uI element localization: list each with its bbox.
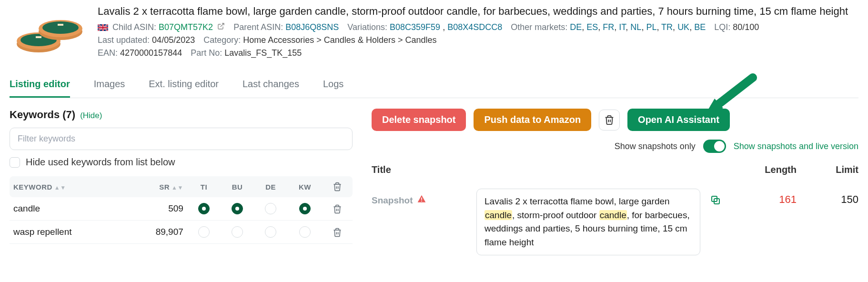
market-de[interactable]: DE [570, 22, 582, 32]
filter-keywords-input[interactable] [10, 128, 353, 150]
lqi-value: 80/100 [733, 22, 759, 32]
market-pl[interactable]: PL [646, 22, 656, 32]
keywords-hide-link[interactable]: (Hide) [80, 111, 102, 121]
market-es[interactable]: ES [586, 22, 598, 32]
length-value: 161 [739, 189, 797, 206]
delete-snapshot-button[interactable]: Delete snapshot [372, 109, 466, 131]
col-sr[interactable]: SR▲▼ [125, 176, 187, 197]
toggle-right-label: Show snapshots and live version [734, 141, 858, 151]
kw-cell: wasp repellent [10, 221, 125, 244]
last-updated-value: 04/05/2023 [152, 35, 195, 45]
bu-cell[interactable] [221, 197, 254, 221]
child-asin-label: Child ASIN: [112, 22, 156, 32]
row-trash[interactable] [323, 197, 353, 221]
row-trash[interactable] [323, 221, 353, 244]
variation-2[interactable]: B08X4SDCC8 [447, 22, 502, 32]
market-fr[interactable]: FR [603, 22, 614, 32]
de-cell[interactable] [254, 197, 287, 221]
sr-cell: 89,907 [125, 221, 187, 244]
trash-button[interactable] [599, 110, 620, 131]
hide-used-checkbox[interactable] [10, 157, 20, 168]
variations-label: Variations: [347, 22, 387, 32]
col-trash [323, 176, 353, 197]
col-ti: TI [187, 176, 221, 197]
product-thumbnail [10, 5, 88, 62]
tab-images[interactable]: Images [94, 74, 125, 98]
market-nl[interactable]: NL [630, 22, 641, 32]
col-bu: BU [221, 176, 254, 197]
table-row: wasp repellent89,907 [10, 221, 353, 244]
hide-used-label: Hide used keywords from list below [26, 157, 175, 168]
ti-cell[interactable] [187, 197, 221, 221]
svg-rect-3 [36, 36, 41, 38]
title-heading: Title [372, 164, 730, 175]
category-value: Home Accessories > Candles & Holders > C… [243, 35, 436, 45]
col-keyword[interactable]: KEYWORD▲▼ [10, 176, 125, 197]
tab-logs[interactable]: Logs [323, 74, 343, 98]
kw-flag-cell[interactable] [287, 221, 323, 244]
ean-value: 4270000157844 [120, 48, 182, 58]
col-kw: KW [287, 176, 323, 197]
variation-1[interactable]: B08C359F59 [390, 22, 440, 32]
table-row: candle509 [10, 197, 353, 221]
keywords-table: KEYWORD▲▼ SR▲▼ TI BU DE KW candle509wasp… [10, 176, 353, 244]
lqi-label: LQI: [714, 22, 730, 32]
sr-cell: 509 [125, 197, 187, 221]
kw-flag-cell[interactable] [287, 197, 323, 221]
market-it[interactable]: IT [619, 22, 626, 32]
product-title: Lavalis 2 x terracotta flame bowl, large… [98, 5, 858, 19]
limit-heading: Limit [806, 164, 858, 175]
warning-icon [417, 194, 426, 206]
tab-ext-listing-editor[interactable]: Ext. listing editor [149, 74, 219, 98]
svg-point-6 [42, 21, 79, 34]
svg-line-13 [221, 23, 224, 27]
col-de: DE [254, 176, 287, 197]
svg-rect-12 [98, 27, 108, 28]
kw-cell: candle [10, 197, 125, 221]
market-uk[interactable]: UK [677, 22, 689, 32]
copy-icon[interactable] [710, 189, 730, 208]
external-link-icon[interactable] [217, 22, 225, 32]
annotation-arrow-icon [696, 73, 757, 123]
market-be[interactable]: BE [694, 22, 706, 32]
toggle-left-label: Show snapshots only [615, 141, 696, 151]
snapshot-title-input[interactable]: Lavalis 2 x terracotta flame bowl, large… [476, 189, 700, 255]
bu-cell[interactable] [221, 221, 254, 244]
last-updated-label: Last updated: [98, 35, 150, 45]
snapshots-toggle[interactable] [703, 140, 726, 153]
svg-rect-15 [421, 198, 422, 200]
snapshot-label: Snapshot [372, 195, 413, 206]
market-tr[interactable]: TR [661, 22, 673, 32]
flag-uk-icon [98, 24, 108, 31]
limit-value: 150 [806, 189, 858, 206]
push-to-amazon-button[interactable]: Push data to Amazon [474, 109, 591, 131]
svg-rect-16 [421, 201, 422, 201]
de-cell[interactable] [254, 221, 287, 244]
keywords-heading: Keywords (7) [10, 109, 75, 121]
other-markets-label: Other markets: [511, 22, 567, 32]
ean-label: EAN: [98, 48, 118, 58]
child-asin-value[interactable]: B07QMT57K2 [159, 22, 213, 32]
length-heading: Length [739, 164, 797, 175]
category-label: Category: [203, 35, 241, 45]
partno-label: Part No: [191, 48, 222, 58]
partno-value: Lavalis_FS_TK_155 [224, 48, 302, 58]
parent-asin-value[interactable]: B08J6Q8SNS [285, 22, 339, 32]
tab-last-changes[interactable]: Last changes [242, 74, 299, 98]
ti-cell[interactable] [187, 221, 221, 244]
parent-asin-label: Parent ASIN: [233, 22, 283, 32]
svg-rect-7 [58, 24, 63, 26]
tab-listing-editor[interactable]: Listing editor [10, 74, 70, 98]
